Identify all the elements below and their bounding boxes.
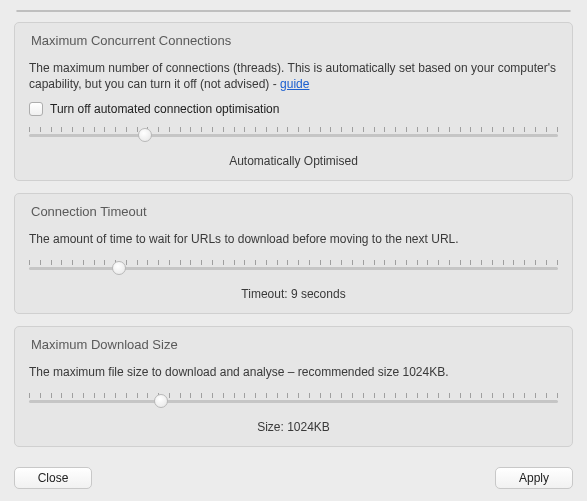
slider-caption: Size: 1024KB [29,420,558,434]
timeout-slider[interactable] [29,257,558,279]
checkbox-label: Turn off automated connection optimisati… [50,102,279,116]
panel-description: The amount of time to wait for URLs to d… [29,231,558,247]
slider-caption: Automatically Optimised [29,154,558,168]
panel-max-connections: Maximum Concurrent Connections The maxim… [14,22,573,181]
panel-description: The maximum number of connections (threa… [29,60,558,92]
download-size-slider[interactable] [29,390,558,412]
footer: Close Apply [14,459,573,489]
tab-bar: ConnectionsLink AnalysisUser AgentLink M… [16,10,571,12]
panel-max-download-size: Maximum Download Size The maximum file s… [14,326,573,447]
slider-caption: Timeout: 9 seconds [29,287,558,301]
guide-link[interactable]: guide [280,77,309,91]
panel-title: Maximum Concurrent Connections [29,23,558,60]
panel-title: Maximum Download Size [29,327,558,364]
panel-description: The maximum file size to download and an… [29,364,558,380]
apply-button[interactable]: Apply [495,467,573,489]
panel-title: Connection Timeout [29,194,558,231]
preferences-window: ConnectionsLink AnalysisUser AgentLink M… [0,0,587,501]
optimisation-checkbox[interactable] [29,102,43,116]
close-button[interactable]: Close [14,467,92,489]
panel-connection-timeout: Connection Timeout The amount of time to… [14,193,573,314]
connections-slider[interactable] [29,124,558,146]
